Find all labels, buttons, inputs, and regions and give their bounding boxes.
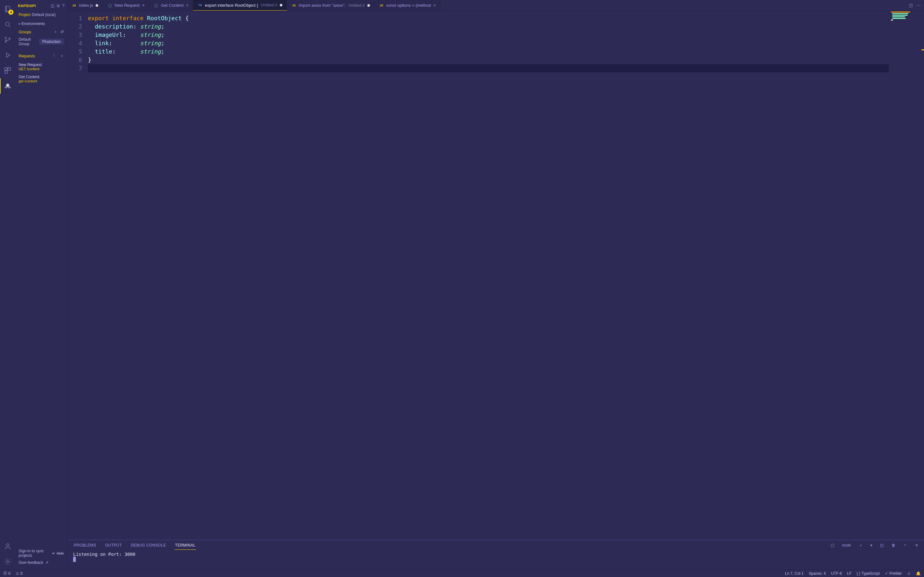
sidebar: RAPIDAPI ◫ ⧉ ? Project Default (local) ▾… [15, 0, 67, 569]
account-icon [4, 542, 11, 550]
svg-point-7 [6, 84, 9, 87]
status-warnings[interactable]: ⚠ 0 [16, 571, 23, 576]
braces-icon: { } [857, 571, 860, 576]
activity-settings[interactable] [0, 554, 15, 569]
status-eol[interactable]: LF [847, 571, 851, 576]
split-editor-icon[interactable]: ◫ [909, 3, 913, 8]
signin-icon: ⇥ [51, 551, 55, 556]
code-editor[interactable]: export interface RootObject { descriptio… [88, 11, 889, 540]
editor-tab[interactable]: ◌Get Content× [150, 0, 194, 11]
panel-tab-problems[interactable]: PROBLEMS [73, 543, 97, 548]
status-errors[interactable]: ⓧ 0 [3, 571, 11, 576]
status-feedback-icon[interactable]: ☺ [907, 571, 911, 576]
status-spaces[interactable]: Spaces: 4 [809, 571, 826, 576]
svg-point-9 [8, 85, 9, 85]
requests-add-icon[interactable]: ＋ [60, 53, 64, 59]
section-environments[interactable]: ▾ Environments [15, 18, 67, 28]
terminal-cursor [73, 557, 76, 562]
activity-scm[interactable] [0, 32, 15, 47]
terminal-maximize-icon[interactable]: ＾ [903, 543, 907, 548]
svg-rect-6 [5, 71, 7, 73]
editor-tab[interactable]: JSindex.js [67, 0, 103, 11]
activity-search[interactable] [0, 17, 15, 32]
status-prettier[interactable]: ✓ Prettier [885, 571, 902, 576]
hide-link[interactable]: Hide [57, 551, 64, 555]
sidebar-title: RAPIDAPI [18, 4, 36, 8]
dirty-indicator-icon [367, 4, 370, 7]
terminal-launch-icon[interactable]: ▢ [830, 543, 834, 548]
signin-row[interactable]: Sign-in to sync projects ⇥ Hide [19, 548, 64, 559]
svg-rect-4 [5, 68, 7, 70]
svg-point-10 [6, 544, 9, 546]
branch-icon [4, 36, 11, 44]
more-actions-icon[interactable]: ⋯ [917, 3, 921, 8]
svg-rect-5 [8, 68, 11, 70]
panel-tabs: PROBLEMSOUTPUTDEBUG CONSOLETERMINAL ▢ no… [67, 540, 924, 550]
groups-label: Groups [19, 30, 31, 34]
sidebar-action-new-icon[interactable]: ⧉ [57, 3, 60, 8]
js-file-icon: JS [379, 3, 384, 8]
feedback-row[interactable]: Give feedback ↗ [19, 559, 64, 566]
activity-debug[interactable] [0, 47, 15, 63]
minimap[interactable] [889, 11, 924, 540]
editor-tab[interactable]: JSconst options = {method× [375, 0, 441, 11]
js-file-icon: JS [72, 3, 76, 8]
panel-tab-terminal[interactable]: TERMINAL [174, 543, 196, 550]
terminal-dropdown-icon[interactable]: ▾ [871, 543, 872, 548]
settings-group-icon[interactable]: ⇄ [61, 29, 64, 35]
editor-group: JSindex.js◌New Request×◌Get Content×TSex… [67, 0, 924, 569]
bottom-panel: PROBLEMSOUTPUTDEBUG CONSOLETERMINAL ▢ no… [67, 540, 924, 569]
octopus-icon [4, 82, 11, 90]
env-chip[interactable]: Production [39, 39, 64, 45]
line-gutter: 1234567 [67, 11, 88, 540]
editor-area[interactable]: 1234567 export interface RootObject { de… [67, 11, 924, 540]
request-item[interactable]: Get Contentget /content [15, 73, 67, 85]
terminal-close-icon[interactable]: ✕ [915, 543, 918, 548]
tab-close-icon[interactable]: × [433, 3, 436, 8]
chevron-down-icon: ▾ [19, 22, 20, 26]
dirty-indicator-icon [95, 4, 98, 7]
external-link-icon: ↗ [45, 560, 48, 565]
status-language[interactable]: { } TypeScript [857, 571, 880, 576]
status-cursor[interactable]: Ln 7, Col 1 [785, 571, 804, 576]
error-icon: ⓧ [3, 571, 7, 576]
svg-point-0 [5, 22, 9, 26]
editor-tabs: JSindex.js◌New Request×◌Get Content×TSex… [67, 0, 924, 11]
svg-point-3 [9, 38, 10, 39]
api-tab-icon: ◌ [154, 3, 158, 8]
project-line[interactable]: Project Default (local) [15, 11, 67, 18]
api-tab-icon: ◌ [107, 3, 112, 8]
terminal-shell-name[interactable]: node [842, 543, 851, 548]
group-default[interactable]: Default Group Production [15, 36, 67, 47]
terminal-split-icon[interactable]: ◫ [880, 543, 884, 548]
terminal-add-icon[interactable]: ＋ [859, 543, 863, 548]
status-bar: ⓧ 0 ⚠ 0 Ln 7, Col 1 Spaces: 4 UTF-8 LF {… [0, 569, 924, 577]
editor-tab[interactable]: ◌New Request× [103, 0, 150, 11]
search-icon [4, 21, 11, 28]
sidebar-action-help-icon[interactable]: ? [62, 3, 65, 8]
status-encoding[interactable]: UTF-8 [831, 571, 842, 576]
check-icon: ✓ [885, 571, 888, 576]
editor-tab[interactable]: JSimport axios from "axios";Untitled-2 [287, 0, 375, 11]
tab-close-icon[interactable]: × [186, 3, 189, 8]
activity-rapidapi[interactable] [0, 78, 15, 93]
request-item[interactable]: New RequestGET /content [15, 61, 67, 73]
terminal-kill-icon[interactable]: 🗑 [892, 543, 895, 548]
activity-explorer[interactable]: 4 [0, 1, 15, 17]
add-group-icon[interactable]: ＋ [53, 29, 57, 35]
terminal-body[interactable]: Listening on Port: 3000 [67, 550, 924, 569]
editor-tab[interactable]: TSexport interface RootObject {Untitled-… [193, 0, 287, 11]
svg-point-1 [5, 37, 6, 39]
requests-label: Requests [19, 54, 35, 58]
tab-close-icon[interactable]: × [142, 3, 145, 8]
dirty-indicator-icon [280, 4, 282, 6]
activity-account[interactable] [0, 538, 15, 554]
status-bell-icon[interactable]: 🔔 [916, 571, 921, 576]
requests-more-icon[interactable]: ⋮ [52, 53, 56, 59]
activity-extensions[interactable] [0, 63, 15, 78]
panel-tab-debug-console[interactable]: DEBUG CONSOLE [130, 543, 167, 548]
gear-icon [4, 558, 11, 566]
sidebar-action-panel-icon[interactable]: ◫ [51, 3, 54, 8]
activity-bar: 4 [0, 0, 15, 569]
panel-tab-output[interactable]: OUTPUT [105, 543, 123, 548]
